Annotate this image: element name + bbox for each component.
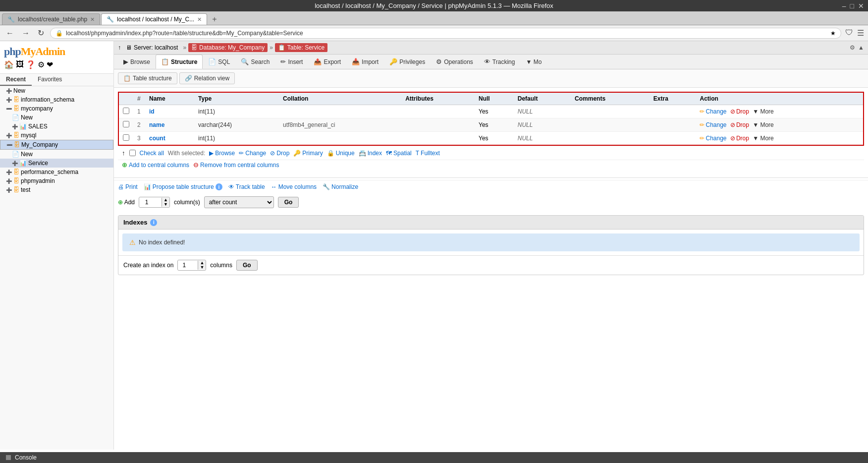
action-change[interactable]: ✏ Change [239,150,266,157]
gear-icon[interactable]: ⚙ [850,44,855,51]
tree-item-mysql[interactable]: ➕ 🗄 mysql [0,131,113,140]
tree-item-test[interactable]: ➕ 🗄 test [0,185,113,194]
tab-create-table[interactable]: 🔧 localhost/create_table.php ✕ [2,13,100,25]
tree-item-mycompany-new[interactable]: 📄 New [0,113,113,122]
normalize-link[interactable]: 🔧 Normalize [323,183,358,190]
breadcrumb-table[interactable]: 📋 Table: Service [275,43,327,52]
action-spatial[interactable]: 🗺 Spatial [386,150,412,157]
check-all-link[interactable]: Check all [140,150,164,157]
count-down-btn[interactable]: ▼ [162,202,169,207]
tab-browse[interactable]: ▶ Browse [118,55,156,69]
settings-icon[interactable]: ⚙ [38,60,45,69]
add-columns-go-btn[interactable]: Go [278,197,299,208]
move-link[interactable]: ↔ Move columns [271,183,317,190]
breadcrumb-database[interactable]: 🗄 Database: My_Company [188,43,268,52]
remove-from-central-columns[interactable]: ⊖ Remove from central columns [193,161,279,169]
close-icon[interactable]: ✕ [858,2,864,10]
home-icon[interactable]: 🏠 [4,60,14,69]
sidebar-tab-favorites[interactable]: Favorites [32,74,68,86]
tree-item-service[interactable]: ➕ 📊 Service [0,159,113,168]
tab-insert[interactable]: ✏ Insert [275,55,308,69]
tab-tracking[interactable]: 👁 Tracking [479,55,521,69]
action-unique[interactable]: 🔒 Unique [327,150,355,157]
tree-item-performance-schema[interactable]: ➕ 🗄 performance_schema [0,168,113,176]
row-check-1[interactable] [118,105,133,118]
tab-operations[interactable]: ⚙ Operations [431,55,479,69]
drop-link-3[interactable]: ⊘ Drop [730,135,749,142]
sidebar-tab-recent[interactable]: Recent [0,74,32,86]
tree-item-sales[interactable]: ➕ 📊 SALES [0,122,113,131]
add-to-central-columns[interactable]: ⊕ Add to central columns [122,161,189,169]
breadcrumb-back-icon[interactable]: ↑ [118,44,121,51]
add-count-input[interactable] [139,197,162,207]
change-link-2[interactable]: ✏ Change [700,121,726,128]
sub-tab-relation-view[interactable]: 🔗 Relation view [179,72,235,84]
create-index-spinner[interactable]: ▲ ▼ [177,260,206,271]
track-link[interactable]: 👁 Track table [228,183,265,190]
add-count-spinner[interactable]: ▲ ▼ [139,197,170,208]
tab-structure[interactable]: 📋 Structure [156,55,203,69]
forward-button[interactable]: → [20,28,32,39]
tab-import[interactable]: 📥 Import [346,55,384,69]
window-controls[interactable]: – □ ✕ [842,2,864,10]
back-button[interactable]: ← [4,28,16,39]
create-index-go-btn[interactable]: Go [236,260,258,271]
structure-table: # Name Type Collation Attributes Null De… [118,92,864,146]
tree-item-phpmyadmin[interactable]: ➕ 🗄 phpmyadmin [0,176,113,185]
tab-active-close-button[interactable]: ✕ [197,16,202,23]
bookmark-icon[interactable]: ★ [830,30,836,37]
action-fulltext[interactable]: T Fulltext [416,150,440,157]
check-all-checkbox[interactable] [129,150,136,156]
tree-item-new-root[interactable]: ➕ New [0,86,113,95]
tab-export[interactable]: 📤 Export [308,55,346,69]
print-link[interactable]: 🖨 Print [118,183,138,190]
more-btn-2[interactable]: ▼ More [753,121,774,128]
new-tab-button[interactable]: + [208,14,220,25]
tab-close-button[interactable]: ✕ [90,16,95,23]
change-link-3[interactable]: ✏ Change [700,135,726,142]
index-count-down-btn[interactable]: ▼ [198,265,206,270]
row-check-3[interactable] [118,132,133,146]
tab-search[interactable]: 🔍 Search [235,55,275,69]
shield-icon[interactable]: 🛡 [845,28,853,38]
tree-item-my-company[interactable]: ➖ 🗄 My_Company [0,140,113,150]
checkbox-id[interactable] [123,108,129,114]
row-check-2[interactable] [118,118,133,132]
maximize-icon[interactable]: □ [850,2,854,10]
minimize-icon[interactable]: – [842,2,846,10]
sub-tab-table-structure[interactable]: 📋 Table structure [118,72,177,84]
tab-more[interactable]: ▼ Mo [520,55,547,69]
tab-privileges[interactable]: 🔑 Privileges [384,55,431,69]
tree-item-mycompany[interactable]: ➖ 🗄 mycompany [0,104,113,113]
more-btn-1[interactable]: ▼ More [753,108,774,115]
propose-link[interactable]: 📊 Propose table structure i [144,183,222,190]
refresh-button[interactable]: ↻ [36,27,46,39]
tree-item-information-schema[interactable]: ➕ 🗄 information_schema [0,95,113,104]
breadcrumb-settings[interactable]: ⚙ ▲ [850,44,864,51]
tab-sql[interactable]: 📄 SQL [203,55,235,69]
checkbox-count[interactable] [123,134,129,141]
propose-info-icon[interactable]: i [216,183,222,190]
address-input-wrapper[interactable]: 🔒 localhost/phpmyadmin/index.php?route=/… [50,28,841,39]
indexes-info-icon[interactable]: i [150,219,157,226]
tree-item-my-company-new[interactable]: 📄 New [0,150,113,159]
action-browse[interactable]: ▶ Browse [209,150,235,157]
action-primary[interactable]: 🔑 Primary [293,150,323,157]
collapse-icon[interactable]: ▲ [858,44,864,51]
help-icon[interactable]: ❓ [26,60,36,69]
more-btn-3[interactable]: ▼ More [753,135,774,142]
checkbox-name[interactable] [123,121,129,127]
action-index[interactable]: 📇 Index [359,150,382,157]
action-drop[interactable]: ⊘ Drop [270,150,289,157]
position-select[interactable]: after count at end of table at beginning… [204,196,274,208]
photos-icon[interactable]: 🖼 [16,60,24,69]
heart-icon[interactable]: ❤ [47,60,53,69]
change-link-1[interactable]: ✏ Change [700,108,726,115]
create-index-input[interactable] [178,260,198,270]
tab-phpmyadmin[interactable]: 🔧 localhost / localhost / My_C... ✕ [101,13,207,25]
drop-link-1[interactable]: ⊘ Drop [730,108,749,115]
drop-link-2[interactable]: ⊘ Drop [730,121,749,128]
menu-icon[interactable]: ☰ [857,28,864,38]
breadcrumb-server[interactable]: 🖥 Server: localhost [123,43,181,52]
row-name-2: name [145,118,194,132]
